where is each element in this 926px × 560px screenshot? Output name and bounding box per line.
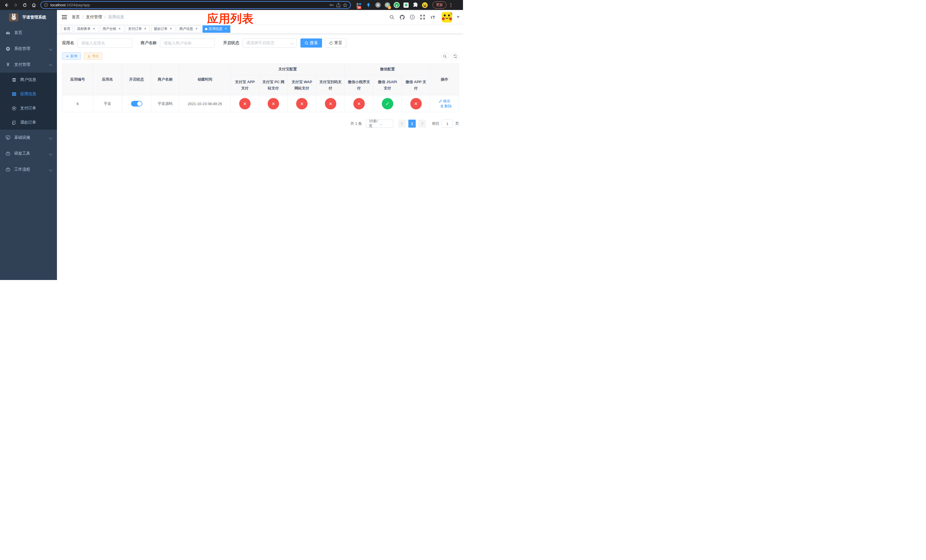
search-icon[interactable]: [388, 14, 395, 21]
info-icon[interactable]: [44, 3, 48, 7]
prev-page-button[interactable]: [398, 120, 406, 128]
export-button[interactable]: 导出: [84, 52, 103, 60]
emoji-extension-icon[interactable]: [422, 2, 428, 8]
password-key-icon[interactable]: [329, 3, 334, 8]
page-content: 应用名 商户名称 开启状态 请选择开启状态 搜索 重置: [57, 34, 463, 280]
refresh-button[interactable]: [451, 52, 459, 60]
sidebar-item-infrastructure[interactable]: 基础设施: [0, 130, 57, 145]
tag-process-form[interactable]: 流程表单: [74, 25, 98, 33]
tag-user-group[interactable]: 用户分组: [100, 25, 124, 33]
tag-home[interactable]: 首页: [61, 25, 73, 33]
sidebar-item-dev-tools[interactable]: 研发工具: [0, 145, 57, 162]
col-header-alipay-pc: 支付宝 PC 网站支付: [259, 75, 287, 95]
delete-link[interactable]: 删除: [440, 104, 452, 109]
tag-merchant-info[interactable]: 商户信息: [177, 25, 201, 33]
status-toggle[interactable]: [131, 101, 142, 106]
wechat-jsapi-status-icon: [382, 98, 393, 109]
command-extension-icon[interactable]: ⌘: [375, 2, 381, 8]
wechat-mini-status-icon: [353, 98, 365, 109]
reset-button[interactable]: 重置: [325, 38, 346, 48]
add-button[interactable]: 新增: [62, 52, 81, 60]
chevron-down-icon: [50, 168, 52, 171]
edit-link[interactable]: 修改: [439, 98, 451, 104]
github-icon[interactable]: [398, 14, 406, 21]
tag-pay-orders[interactable]: 支付订单: [126, 25, 150, 33]
fullscreen-icon[interactable]: [419, 14, 426, 21]
bookmark-star-icon[interactable]: [343, 3, 347, 8]
merchant-name-input[interactable]: [160, 38, 215, 48]
chevron-down-icon: [50, 152, 52, 155]
alipay-wap-status-icon: [296, 98, 307, 109]
close-icon[interactable]: [118, 27, 122, 31]
tag-label: 商户信息: [179, 26, 193, 31]
page-annotation-title: 应用列表: [207, 11, 254, 26]
address-bar[interactable]: localhost:1024/pay/app: [41, 1, 351, 9]
pagination-total: 共 1 条: [351, 121, 362, 126]
col-header-status: 开启状态: [122, 64, 151, 95]
close-icon[interactable]: [143, 27, 147, 31]
sidebar-item-pay-orders[interactable]: ¥ 支付订单: [0, 101, 57, 115]
sidebar-item-payment[interactable]: ¥ 支付管理: [0, 57, 57, 73]
close-icon[interactable]: [224, 27, 228, 31]
breadcrumb-home[interactable]: 首页: [72, 15, 80, 20]
sidebar-logo[interactable]: 芋道管理系统: [0, 10, 57, 25]
add-button-label: 新增: [70, 54, 77, 59]
forward-icon[interactable]: [12, 2, 20, 9]
browser-update-button[interactable]: 更新: [433, 2, 446, 9]
app-name-input[interactable]: [77, 38, 132, 48]
close-icon[interactable]: [195, 27, 198, 31]
svg-text:¥: ¥: [13, 107, 15, 110]
alipay-pc-status-icon: [268, 98, 279, 109]
cell-merchant: 芋道源码: [151, 95, 179, 112]
sidebar-item-refund-orders[interactable]: 退款订单: [0, 115, 57, 130]
payment-submenu: 商户信息 应用信息 ¥ 支付订单 退款订单: [0, 73, 57, 130]
url-text[interactable]: localhost:1024/pay/app: [50, 3, 327, 7]
next-page-button[interactable]: [418, 120, 426, 128]
extension-badge-icon[interactable]: 10: [356, 2, 362, 8]
table-toolbar: 新增 导出: [62, 52, 459, 60]
edit-link-label: 修改: [443, 98, 451, 104]
pagination: 共 1 条 10条/页 1 前往 页: [62, 120, 459, 128]
camera-badge-count: 1: [388, 6, 391, 9]
user-avatar[interactable]: [442, 12, 452, 23]
page-size-select[interactable]: 10条/页: [366, 120, 393, 128]
tag-label: 流程表单: [77, 26, 91, 31]
breadcrumb-separator: /: [104, 15, 106, 20]
app-name-label: 应用名: [62, 41, 74, 45]
y-extension-icon[interactable]: y: [393, 2, 400, 8]
back-icon[interactable]: [3, 2, 10, 9]
reload-icon[interactable]: [21, 2, 29, 9]
font-size-icon[interactable]: ᴛT: [429, 14, 437, 21]
gem-extension-icon[interactable]: [365, 2, 372, 8]
tag-refund-orders[interactable]: 退款订单: [151, 25, 176, 33]
camera-extension-icon[interactable]: 1: [384, 2, 390, 8]
show-search-toggle-button[interactable]: [441, 52, 449, 60]
home-icon[interactable]: [30, 2, 38, 9]
sidebar-item-home[interactable]: 首页: [0, 25, 57, 41]
puzzle-icon[interactable]: [412, 2, 419, 8]
avatar-dropdown-caret[interactable]: [457, 16, 460, 18]
close-icon[interactable]: [92, 27, 96, 31]
browser-menu-icon[interactable]: [451, 3, 451, 7]
search-button[interactable]: 搜索: [300, 38, 322, 48]
sidebar-item-label: 商户信息: [20, 77, 36, 82]
yen-circle-icon: ¥: [12, 106, 16, 110]
tag-app-info[interactable]: 应用信息: [203, 25, 230, 33]
help-icon[interactable]: ?: [409, 14, 416, 21]
svg-text:?: ?: [412, 16, 413, 19]
breadcrumb-payment[interactable]: 支付管理: [86, 15, 102, 20]
sidebar-item-system[interactable]: 系统管理: [0, 41, 57, 57]
goto-page-input[interactable]: [442, 120, 453, 128]
sidebar-item-merchant-info[interactable]: 商户信息: [0, 73, 57, 87]
sidebar-fold-icon[interactable]: [62, 14, 67, 20]
sidebar-item-workflow[interactable]: 工作流程: [0, 162, 57, 177]
browser-toolbar: localhost:1024/pay/app 10 ⌘ 1 y: [0, 0, 463, 10]
share-icon[interactable]: [336, 3, 340, 8]
page-number-1[interactable]: 1: [409, 120, 416, 128]
alipay-app-status-icon: [239, 98, 251, 109]
notes-extension-icon[interactable]: [403, 2, 409, 8]
status-select[interactable]: 请选择开启状态: [243, 38, 297, 48]
close-icon[interactable]: [169, 27, 173, 31]
sidebar-item-app-info[interactable]: 应用信息: [0, 87, 57, 101]
sidebar-item-label: 支付管理: [14, 62, 50, 67]
